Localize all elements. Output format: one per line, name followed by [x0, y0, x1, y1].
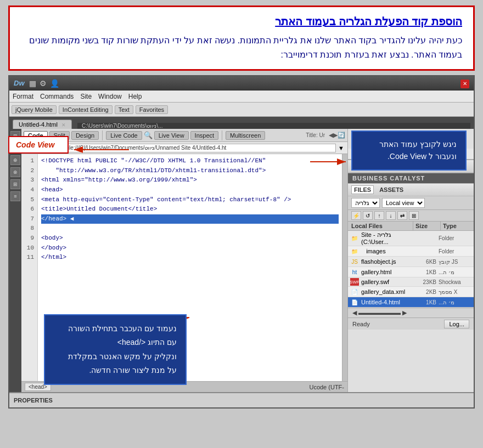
connect-btn[interactable]: ⚡: [351, 211, 361, 220]
toolbar: jQuery Mobile InContext Editing Text Fav…: [9, 103, 474, 117]
business-catalyst-section: BUSINESS CATALYST: [348, 173, 474, 184]
col-size: Size: [413, 222, 441, 230]
file-name: gallery_data.xml: [361, 288, 411, 295]
file-item-images[interactable]: 📁 images Folder: [348, 246, 474, 257]
live-code-btn[interactable]: Live Code: [106, 131, 142, 140]
file-type: מסמך X: [439, 289, 471, 295]
file-type: Folder: [439, 248, 471, 254]
view-bar: Code Split Design Live Code 🔍 Live View …: [21, 129, 347, 142]
menu-site[interactable]: Site: [80, 93, 92, 100]
live-view-btn[interactable]: Live View: [154, 131, 189, 140]
view-select[interactable]: Local view: [382, 198, 425, 208]
user-icon[interactable]: 👤: [50, 79, 59, 88]
inspect-btn[interactable]: Inspect: [190, 131, 218, 140]
refresh-btn[interactable]: ↺: [363, 211, 373, 220]
file-type: ...מ׳ ה: [439, 299, 471, 305]
nav-icons[interactable]: ◀▶🔄: [329, 132, 345, 139]
folder-select[interactable]: גלריה: [351, 198, 380, 208]
callout-b-line4: על מנת ליצור שורה חדשה.: [54, 364, 177, 377]
assets-tab[interactable]: ASSETS: [377, 186, 406, 194]
file-name: flashobject.js: [361, 258, 411, 265]
file-size: 23KB: [411, 279, 439, 285]
sync-btn[interactable]: ⇄: [397, 211, 407, 220]
sidebar-icon-4[interactable]: ⊗: [10, 167, 20, 177]
tab-close-icon[interactable]: ✕: [61, 122, 66, 128]
scrollbar-h[interactable]: ◀ ▬▬▬▬▬▬▬ ▶: [352, 309, 407, 316]
files-toolbar: גלריה Local view: [348, 196, 474, 210]
col-type: Type: [441, 222, 474, 230]
sidebar-icon-5[interactable]: ⊞: [10, 179, 20, 189]
dw-logo: Dw: [14, 79, 25, 87]
title-label: Title: Ur: [306, 132, 325, 138]
menu-format[interactable]: Format: [13, 93, 33, 100]
incontext-editing-btn[interactable]: InContext Editing: [59, 105, 113, 114]
design-view-btn[interactable]: Design: [71, 131, 99, 140]
html-file-icon: ht: [350, 268, 359, 276]
file-name: Untitled-4.html: [361, 299, 411, 305]
inspect-icon[interactable]: 🔍: [144, 131, 153, 139]
file-type: ...מ׳ ה: [439, 269, 471, 275]
tab-untitled4[interactable]: Untitled-4.html ✕: [13, 120, 72, 129]
file-item-flashobject[interactable]: JS flashobject.js 6KB קובץ JS: [348, 257, 474, 267]
menu-window[interactable]: Window: [98, 93, 122, 100]
log-button[interactable]: Log...: [444, 320, 469, 328]
ready-status: Ready: [352, 321, 370, 327]
file-size: 1KB: [411, 299, 439, 305]
file-path: C:\Users\win7\Documents\ניווט\...: [77, 123, 163, 129]
file-item-site[interactable]: 📁 Site - גלריה (C:\User... Folder: [348, 231, 474, 246]
files-actions: ⚡ ↺ ↑ ↓ ⇄ ⊞: [348, 210, 474, 222]
file-name: images: [361, 248, 411, 254]
favorites-btn[interactable]: Favorites: [136, 105, 168, 114]
bottom-status: Ready Log...: [348, 317, 474, 330]
files-list-header: Local Files Size Type: [348, 222, 474, 231]
sidebar-icon-6[interactable]: ≡: [10, 191, 20, 201]
xml-file-icon: 📄: [350, 287, 359, 296]
scroll-bar[interactable]: [342, 154, 347, 381]
folder-icon: 📁: [350, 234, 359, 243]
file-name: gallery.swf: [361, 279, 411, 285]
file-item-gallery-swf[interactable]: SWF gallery.swf 23KB Shockwa: [348, 277, 474, 287]
titlebar: Dw ▦ ⚙ 👤 ✕: [9, 76, 474, 90]
col-local-files: Local Files: [348, 222, 413, 230]
settings-icon[interactable]: ⚙: [40, 79, 47, 88]
address-go-icon[interactable]: ▼: [338, 145, 344, 151]
text-btn[interactable]: Text: [115, 105, 133, 114]
grid-icon[interactable]: ▦: [29, 79, 36, 88]
menu-commands[interactable]: Commands: [40, 93, 74, 100]
file-name: gallery.html: [361, 269, 411, 275]
tabbar: Untitled-4.html ✕ C:\Users\win7\Document…: [9, 117, 474, 129]
instruction-title: הוספת קוד הפעלת הגלריה בעמוד האתר: [21, 15, 462, 28]
file-item-gallery-html[interactable]: ht gallery.html 1KB ...מ׳ ה: [348, 267, 474, 277]
file-type: Folder: [439, 235, 471, 241]
jquery-mobile-btn[interactable]: jQuery Mobile: [12, 105, 57, 114]
file-item-untitled4[interactable]: 📄 Untitled-4.html 1KB ...מ׳ ה: [348, 297, 474, 308]
callout-bottom: נעמוד עם העכבר בתחילת השורה עם התיוג </h…: [44, 314, 187, 385]
callout-b-line1: נעמוד עם העכבר בתחילת השורה: [54, 322, 177, 336]
file-type: קובץ JS: [439, 259, 471, 265]
js-file-icon: JS: [350, 257, 359, 266]
top-instruction-box: הוספת קוד הפעלת הגלריה בעמוד האתר כעת יה…: [8, 5, 475, 71]
swf-file-icon: SWF: [350, 278, 359, 286]
files-tab[interactable]: FILES: [351, 185, 374, 194]
multiscreen-btn[interactable]: Multiscreen: [226, 131, 265, 140]
address-input[interactable]: [64, 144, 336, 152]
files-panel-header: FILES ASSETS: [348, 184, 474, 196]
callout-tr-line1: ניגש לקובץ עמוד האתר: [361, 138, 457, 150]
file-item-gallery-xml[interactable]: 📄 gallery_data.xml 2KB מסמך X: [348, 287, 474, 297]
callout-top-right: ניגש לקובץ עמוד האתר ונעבור ל Code View.: [351, 131, 467, 171]
sep2: [222, 131, 222, 140]
menubar: Format Commands Site Window Help: [9, 90, 474, 103]
file-size: 2KB: [411, 289, 439, 295]
sidebar-icon-3[interactable]: ⊕: [10, 155, 20, 165]
upload-btn[interactable]: ↑: [374, 211, 384, 220]
bc-header: BUSINESS CATALYST: [348, 173, 474, 183]
address-bar: ⌂ ↺ Address: ▼: [21, 142, 347, 154]
file-size: 6KB: [411, 259, 439, 265]
folder-icon: 📁: [350, 247, 359, 256]
close-button[interactable]: ✕: [460, 80, 469, 88]
menu-help[interactable]: Help: [128, 93, 142, 100]
download-btn[interactable]: ↓: [386, 211, 396, 220]
expand-btn[interactable]: ⊞: [409, 211, 419, 220]
callout-b-line3: ונקליק על מקש האנטר במקלדת: [54, 350, 177, 364]
titlebar-icons: ▦ ⚙ 👤: [29, 79, 59, 88]
